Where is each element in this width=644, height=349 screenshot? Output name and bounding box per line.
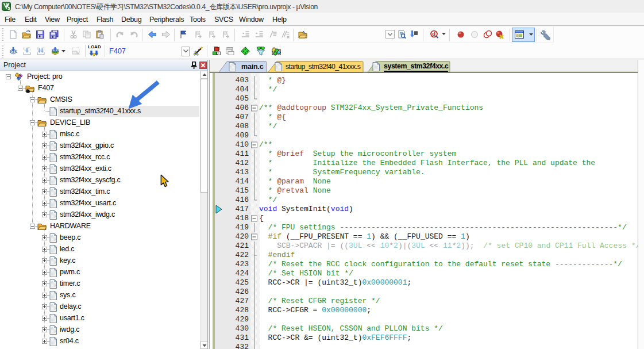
svg-text:d: d	[432, 30, 435, 37]
